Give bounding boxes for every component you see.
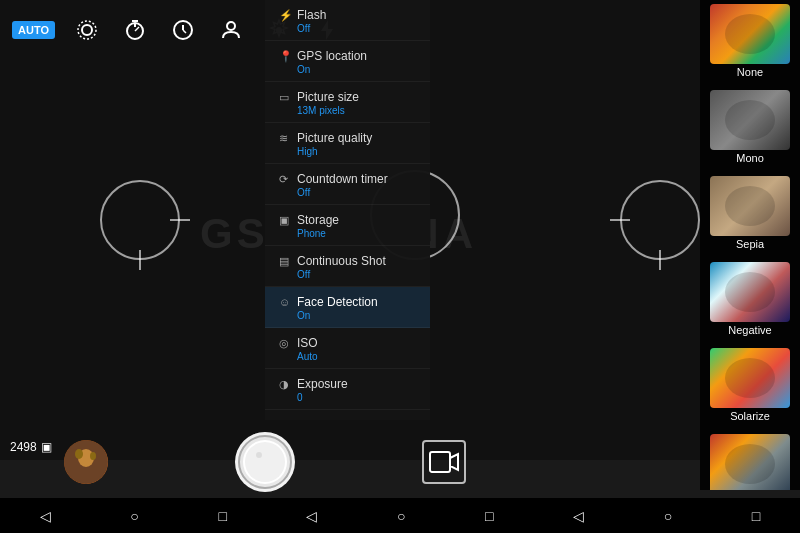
- timer-icon[interactable]: [167, 14, 199, 46]
- settings-panel: ⚡ Flash Off 📍 GPS location On ▭ Picture …: [265, 0, 430, 420]
- hdr-icon[interactable]: [71, 14, 103, 46]
- svg-point-1: [78, 21, 96, 39]
- settings-icon-1: 📍: [279, 50, 291, 63]
- settings-icon-7: ☺: [279, 296, 291, 308]
- focus-circle-right: [620, 180, 700, 260]
- settings-icon-6: ▤: [279, 255, 291, 268]
- filter-item-mono[interactable]: Mono: [700, 86, 800, 172]
- settings-icon-4: ⟳: [279, 173, 291, 186]
- settings-value-6: Off: [297, 269, 416, 280]
- filter-thumbnail-mono: [710, 90, 790, 150]
- settings-item-countdown-timer[interactable]: ⟳ Countdown timer Off: [265, 164, 430, 205]
- settings-label-6: Continuous Shot: [297, 254, 386, 268]
- settings-icon-0: ⚡: [279, 9, 291, 22]
- settings-label-4: Countdown timer: [297, 172, 388, 186]
- settings-icon-2: ▭: [279, 91, 291, 104]
- filter-thumbnail-solarize: [710, 348, 790, 408]
- settings-item-continuous-shot[interactable]: ▤ Continuous Shot Off: [265, 246, 430, 287]
- settings-icon-8: ◎: [279, 337, 291, 350]
- settings-icon-9: ◑: [279, 378, 291, 391]
- back-button-2[interactable]: ◁: [306, 508, 317, 524]
- settings-item-flash[interactable]: ⚡ Flash Off: [265, 0, 430, 41]
- settings-item-gps-location[interactable]: 📍 GPS location On: [265, 41, 430, 82]
- nav-section-right: ◁ ○ □: [533, 498, 800, 533]
- filter-item-sepia[interactable]: Sepia: [700, 172, 800, 258]
- nav-section-center: ◁ ○ □: [267, 498, 534, 533]
- svg-point-18: [256, 452, 262, 458]
- recent-button-3[interactable]: □: [752, 508, 760, 524]
- settings-item-picture-quality[interactable]: ≋ Picture quality High: [265, 123, 430, 164]
- nav-section-left: ◁ ○ □: [0, 498, 267, 533]
- settings-icon-3: ≋: [279, 132, 291, 145]
- filter-name-negative: Negative: [728, 322, 771, 340]
- settings-label-2: Picture size: [297, 90, 359, 104]
- settings-label-3: Picture quality: [297, 131, 372, 145]
- gallery-avatar[interactable]: [64, 440, 108, 484]
- nav-bar: ◁ ○ □ ◁ ○ □ ◁ ○ □: [0, 498, 800, 533]
- settings-label-10: White balance: [297, 418, 373, 420]
- recent-button[interactable]: □: [218, 508, 226, 524]
- back-button-3[interactable]: ◁: [573, 508, 584, 524]
- settings-icon-5: ▣: [279, 214, 291, 227]
- home-button-2[interactable]: ○: [397, 508, 405, 524]
- filter-thumbnail-none: [710, 4, 790, 64]
- settings-label-0: Flash: [297, 8, 326, 22]
- settings-value-4: Off: [297, 187, 416, 198]
- filter-thumbnail-negative: [710, 262, 790, 322]
- home-button-3[interactable]: ○: [664, 508, 672, 524]
- video-mode-button[interactable]: [422, 440, 466, 484]
- svg-marker-20: [450, 454, 458, 470]
- settings-label-8: ISO: [297, 336, 318, 350]
- filter-item-solarize[interactable]: Solarize: [700, 344, 800, 430]
- settings-icon-10: ≡: [279, 419, 291, 420]
- filter-item-none[interactable]: None: [700, 0, 800, 86]
- home-button[interactable]: ○: [130, 508, 138, 524]
- settings-item-face-detection[interactable]: ☺ Face Detection On: [265, 287, 430, 328]
- settings-value-0: Off: [297, 23, 416, 34]
- settings-item-white-balance[interactable]: ≡ White balance Auto: [265, 410, 430, 420]
- auto-badge[interactable]: AUTO: [12, 21, 55, 39]
- settings-item-exposure[interactable]: ◑ Exposure 0: [265, 369, 430, 410]
- svg-line-4: [135, 27, 139, 31]
- settings-value-2: 13M pixels: [297, 105, 416, 116]
- svg-point-0: [82, 25, 92, 35]
- svg-point-17: [245, 442, 285, 482]
- filter-name-solarize: Solarize: [730, 408, 770, 426]
- svg-point-13: [75, 449, 83, 459]
- settings-value-5: Phone: [297, 228, 416, 239]
- settings-value-9: 0: [297, 392, 416, 403]
- settings-label-5: Storage: [297, 213, 339, 227]
- settings-value-7: On: [297, 310, 416, 321]
- settings-value-1: On: [297, 64, 416, 75]
- filter-panel: None Mono Sepia Negative Solarize Poster…: [700, 0, 800, 490]
- svg-rect-19: [430, 452, 450, 472]
- settings-label-7: Face Detection: [297, 295, 378, 309]
- filter-name-mono: Mono: [736, 150, 764, 168]
- settings-item-picture-size[interactable]: ▭ Picture size 13M pixels: [265, 82, 430, 123]
- svg-point-9: [227, 22, 235, 30]
- svg-point-14: [90, 452, 96, 460]
- filter-name-none: None: [737, 64, 763, 82]
- settings-value-3: High: [297, 146, 416, 157]
- settings-value-8: Auto: [297, 351, 416, 362]
- portrait-icon[interactable]: [215, 14, 247, 46]
- back-button[interactable]: ◁: [40, 508, 51, 524]
- filter-name-sepia: Sepia: [736, 236, 764, 254]
- recent-button-2[interactable]: □: [485, 508, 493, 524]
- settings-label-1: GPS location: [297, 49, 367, 63]
- filter-item-negative[interactable]: Negative: [700, 258, 800, 344]
- filter-thumbnail-sepia: [710, 176, 790, 236]
- filter-item-posterize[interactable]: Posterize: [700, 430, 800, 490]
- settings-item-iso[interactable]: ◎ ISO Auto: [265, 328, 430, 369]
- settings-item-storage[interactable]: ▣ Storage Phone: [265, 205, 430, 246]
- self-timer-icon[interactable]: [119, 14, 151, 46]
- bottom-controls: [0, 426, 530, 498]
- focus-circle-left: [100, 180, 180, 260]
- svg-line-8: [183, 30, 186, 33]
- filter-thumbnail-posterize: [710, 434, 790, 490]
- settings-label-9: Exposure: [297, 377, 348, 391]
- shutter-button[interactable]: [235, 432, 295, 492]
